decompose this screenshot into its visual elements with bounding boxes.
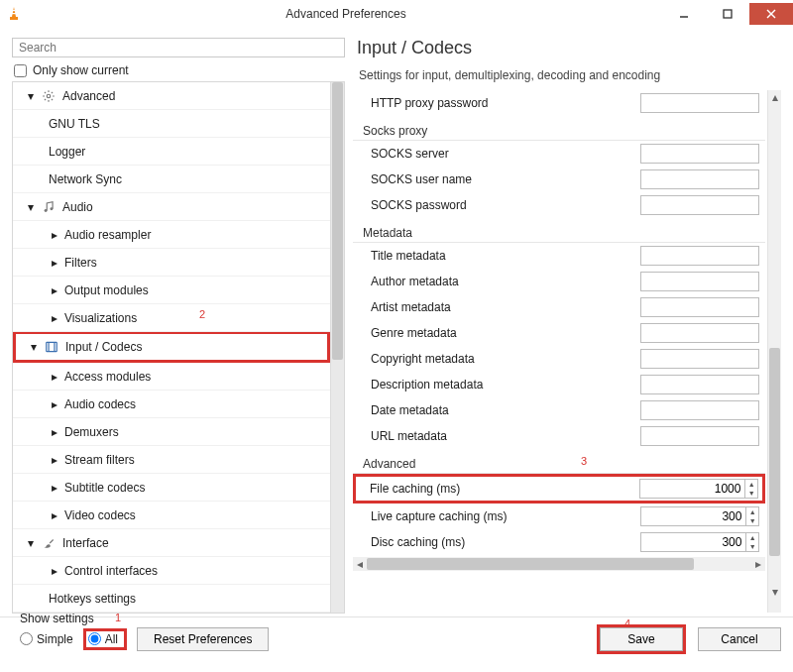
settings-list: HTTP proxy password Socks proxy SOCKS se… bbox=[353, 90, 767, 613]
chevron-down-icon: ▾ bbox=[25, 90, 37, 102]
tree-item-audio-codecs[interactable]: ▸Audio codecs bbox=[13, 391, 330, 418]
tree-scrollbar[interactable] bbox=[330, 82, 344, 613]
spin-down-icon[interactable]: ▼ bbox=[745, 489, 757, 498]
maximize-button[interactable] bbox=[706, 3, 749, 25]
row-live-caching: Live capture caching (ms) ▲▼ bbox=[353, 504, 765, 529]
svg-rect-10 bbox=[47, 342, 57, 351]
disc-caching-spinner[interactable]: ▲▼ bbox=[640, 532, 759, 552]
row-artist-meta: Artist metadata bbox=[353, 294, 765, 320]
title-meta-input[interactable] bbox=[640, 246, 759, 266]
annotation-1: 1 bbox=[115, 612, 121, 623]
window-title: Advanced Preferences bbox=[30, 7, 662, 21]
annotation-3: 3 bbox=[581, 455, 587, 467]
tree-item-output-modules[interactable]: ▸Output modules bbox=[13, 277, 330, 304]
page-subtitle: Settings for input, demultiplexing, deco… bbox=[359, 68, 781, 82]
row-genre-meta: Genre metadata bbox=[353, 320, 765, 346]
radio-simple-input[interactable] bbox=[20, 632, 33, 645]
footer: Show settings 1 Simple All Reset Prefere… bbox=[0, 616, 793, 660]
only-show-current-checkbox[interactable] bbox=[14, 64, 27, 77]
radio-all[interactable]: All bbox=[88, 632, 118, 646]
scroll-thumb[interactable] bbox=[332, 82, 343, 360]
svg-point-9 bbox=[50, 207, 53, 210]
http-proxy-password-input[interactable] bbox=[640, 93, 759, 113]
spin-down-icon[interactable]: ▼ bbox=[746, 516, 758, 525]
page-title: Input / Codecs bbox=[353, 38, 781, 66]
tree-item-input-codecs[interactable]: ▾ Input / Codecs bbox=[13, 331, 330, 363]
row-url-meta: URL metadata bbox=[353, 423, 765, 449]
svg-line-6 bbox=[767, 10, 775, 18]
brush-icon bbox=[41, 535, 57, 551]
tree-item-control-interfaces[interactable]: ▸Control interfaces bbox=[13, 557, 330, 585]
row-date-meta: Date metadata bbox=[353, 397, 765, 423]
chevron-down-icon: ▾ bbox=[28, 341, 40, 353]
svg-rect-2 bbox=[12, 13, 17, 14]
row-copyright-meta: Copyright metadata bbox=[353, 346, 765, 372]
file-caching-input[interactable] bbox=[640, 482, 744, 496]
tree-item-network-sync[interactable]: Network Sync bbox=[13, 166, 330, 193]
file-caching-spinner[interactable]: ▲▼ bbox=[639, 479, 758, 499]
film-icon bbox=[44, 339, 59, 355]
live-caching-spinner[interactable]: ▲▼ bbox=[640, 506, 759, 526]
description-meta-input[interactable] bbox=[640, 375, 759, 394]
tree-item-logger[interactable]: Logger bbox=[13, 138, 330, 166]
svg-rect-1 bbox=[12, 10, 16, 11]
only-show-current[interactable]: Only show current bbox=[14, 63, 345, 77]
socks-user-input[interactable] bbox=[640, 169, 759, 189]
row-socks-password: SOCKS password bbox=[353, 192, 765, 218]
radio-all-input[interactable] bbox=[88, 632, 101, 645]
only-show-current-label: Only show current bbox=[33, 63, 129, 77]
spin-up-icon[interactable]: ▲ bbox=[745, 480, 757, 489]
hscroll-thumb[interactable] bbox=[367, 558, 694, 570]
tree-item-video-codecs[interactable]: ▸Video codecs bbox=[13, 502, 330, 529]
copyright-meta-input[interactable] bbox=[640, 349, 759, 369]
artist-meta-input[interactable] bbox=[640, 297, 759, 317]
save-button[interactable]: Save bbox=[600, 627, 683, 651]
minimize-button[interactable] bbox=[662, 3, 706, 25]
show-settings-group: Show settings 1 Simple All Reset Prefere… bbox=[20, 627, 269, 651]
disc-caching-input[interactable] bbox=[641, 535, 745, 549]
tree-item-hotkeys-settings[interactable]: Hotkeys settings bbox=[13, 585, 330, 613]
group-socks-proxy: Socks proxy bbox=[353, 120, 765, 141]
tree-item-advanced[interactable]: ▾ Advanced bbox=[13, 82, 330, 110]
genre-meta-input[interactable] bbox=[640, 323, 759, 343]
group-advanced: Advanced 3 bbox=[353, 453, 765, 474]
tree-item-gnu-tls[interactable]: GNU TLS bbox=[13, 110, 330, 138]
settings-scrollbar[interactable]: ▴ ▾ bbox=[767, 90, 781, 613]
cancel-button[interactable]: Cancel bbox=[698, 627, 781, 651]
horizontal-scrollbar[interactable]: ◂ ▸ bbox=[353, 557, 765, 571]
category-tree[interactable]: ▾ Advanced GNU TLS Logger Network Sync ▾… bbox=[13, 82, 330, 613]
live-caching-input[interactable] bbox=[641, 509, 745, 523]
spin-up-icon[interactable]: ▲ bbox=[746, 507, 758, 516]
close-button[interactable] bbox=[749, 3, 793, 25]
scroll-right-icon[interactable]: ▸ bbox=[751, 557, 765, 571]
tree-item-subtitle-codecs[interactable]: ▸Subtitle codecs bbox=[13, 474, 330, 502]
scroll-left-icon[interactable]: ◂ bbox=[353, 557, 367, 571]
socks-password-input[interactable] bbox=[640, 195, 759, 215]
tree-item-stream-filters[interactable]: ▸Stream filters bbox=[13, 446, 330, 474]
chevron-right-icon: ▸ bbox=[49, 284, 60, 296]
tree-item-interface[interactable]: ▾ Interface bbox=[13, 529, 330, 557]
vscroll-thumb[interactable] bbox=[769, 348, 780, 556]
search-input[interactable] bbox=[12, 38, 345, 57]
row-disc-caching: Disc caching (ms) ▲▼ bbox=[353, 529, 765, 555]
author-meta-input[interactable] bbox=[640, 272, 759, 291]
tree-item-audio[interactable]: ▾ Audio bbox=[13, 193, 330, 221]
chevron-right-icon: ▸ bbox=[49, 565, 60, 577]
tree-item-demuxers[interactable]: ▸Demuxers bbox=[13, 418, 330, 446]
reset-preferences-button[interactable]: Reset Preferences bbox=[137, 627, 269, 651]
socks-server-input[interactable] bbox=[640, 144, 759, 164]
spin-up-icon[interactable]: ▲ bbox=[746, 533, 758, 542]
tree-item-visualizations[interactable]: ▸Visualizations 2 bbox=[13, 304, 330, 332]
date-meta-input[interactable] bbox=[640, 400, 759, 420]
radio-simple[interactable]: Simple bbox=[20, 632, 73, 646]
row-title-meta: Title metadata bbox=[353, 243, 765, 269]
chevron-right-icon: ▸ bbox=[49, 229, 60, 241]
url-meta-input[interactable] bbox=[640, 426, 759, 446]
tree-item-filters[interactable]: ▸Filters bbox=[13, 249, 330, 277]
scroll-down-icon[interactable]: ▾ bbox=[768, 585, 781, 599]
spin-down-icon[interactable]: ▼ bbox=[746, 542, 758, 551]
tree-item-access-modules[interactable]: ▸Access modules bbox=[13, 363, 330, 391]
svg-rect-0 bbox=[10, 17, 18, 20]
scroll-up-icon[interactable]: ▴ bbox=[768, 90, 781, 104]
tree-item-audio-resampler[interactable]: ▸Audio resampler bbox=[13, 221, 330, 249]
